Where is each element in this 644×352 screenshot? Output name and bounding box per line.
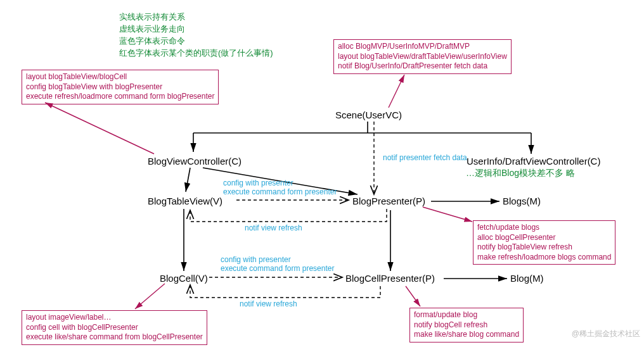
- svg-line-15: [45, 103, 154, 154]
- node-scene: Scene(UserVC): [335, 109, 402, 122]
- node-blogcellpresenter: BlogCellPresenter(P): [345, 272, 435, 285]
- resp-blogs-1: fetch/update blogs: [477, 223, 611, 233]
- resp-blogcellp-2: notify blogCell refresh: [414, 320, 519, 330]
- resp-scene-1: alloc BlogMVP/UserInfoMVP/DraftMVP: [338, 42, 507, 52]
- node-blog: Blog(M): [510, 272, 544, 285]
- svg-line-14: [389, 75, 404, 108]
- resp-blogcellp-1: format/update blog: [414, 310, 519, 320]
- watermark: @稀土掘金技术社区: [572, 329, 640, 339]
- svg-line-5: [186, 168, 190, 192]
- resp-blogvc-1: layout blogTableView/blogCell: [26, 72, 214, 82]
- resp-box-blogcellp: format/update blog notify blogCell refre…: [409, 308, 524, 343]
- legend-line-2: 虚线表示业务走向: [119, 23, 273, 35]
- resp-blogs-3: notify blogTableView refresh: [477, 242, 611, 253]
- node-blogcell: BlogCell(V): [160, 272, 208, 285]
- node-userinfovc: UserInfo/DraftViewController(C): [467, 155, 600, 168]
- svg-line-16: [423, 207, 472, 222]
- resp-blogcell-1: layout imageView/label…: [26, 313, 203, 323]
- node-blogs: Blogs(M): [503, 195, 541, 208]
- resp-blogcellp-3: make like/share blog command: [414, 330, 519, 340]
- legend-line-1: 实线表示持有关系: [119, 11, 273, 23]
- legend-line-4: 红色字体表示某个类的职责(做了什么事情): [119, 47, 273, 60]
- resp-blogs-4: make refresh/loadmore blogs command: [477, 253, 611, 263]
- legend: 实线表示持有关系 虚线表示业务走向 蓝色字体表示命令 红色字体表示某个类的职责(…: [119, 11, 273, 59]
- resp-scene-3: notif Blog/UserInfo/DraftPresenter fetch…: [338, 61, 507, 72]
- cmd-notif-view-1: notif view refresh: [245, 223, 302, 234]
- node-blogvc: BlogViewController(C): [148, 155, 242, 168]
- resp-box-scene: alloc BlogMVP/UserInfoMVP/DraftMVP layou…: [333, 39, 512, 74]
- svg-line-18: [406, 286, 420, 306]
- node-blogpresenter: BlogPresenter(P): [352, 195, 425, 208]
- legend-line-3: 蓝色字体表示命令: [119, 35, 273, 47]
- resp-box-blogs: fetch/update blogs alloc blogCellPresent…: [473, 220, 615, 265]
- resp-box-blogcell: layout imageView/label… config cell with…: [22, 310, 207, 345]
- resp-scene-2: layout blogTableView/draftTableView/user…: [338, 52, 507, 62]
- cmd-notif-presenter: notif presenter fetch data: [383, 153, 467, 163]
- resp-blogvc-3: execute refresh/loadmore command form bl…: [26, 92, 214, 102]
- cmd-exec-1: execute command form presenter: [223, 187, 337, 198]
- resp-blogcell-3: execute like/share command from blogCell…: [26, 332, 203, 343]
- node-userinfovc-sub: …逻辑和Blog模块差不多 略: [466, 167, 575, 179]
- node-blogtv: BlogTableView(V): [148, 195, 222, 208]
- cmd-notif-view-2: notif view refresh: [240, 299, 297, 310]
- resp-blogcell-2: config cell with blogCellPresenter: [26, 323, 203, 333]
- resp-blogs-2: alloc blogCellPresenter: [477, 233, 611, 243]
- svg-line-17: [135, 284, 165, 309]
- resp-blogvc-2: config blogTableView with blogPresenter: [26, 82, 214, 92]
- cmd-exec-2: execute command form presenter: [221, 264, 334, 274]
- resp-box-blogvc: layout blogTableView/blogCell config blo…: [22, 70, 219, 104]
